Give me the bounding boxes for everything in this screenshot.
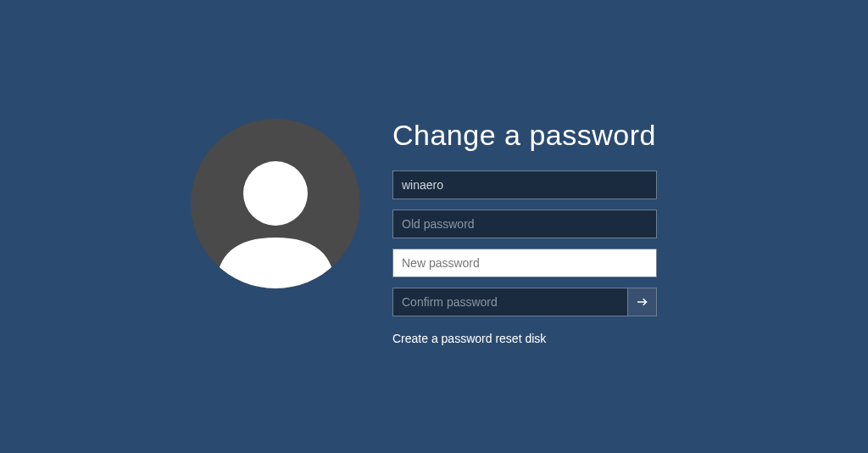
user-avatar	[191, 119, 360, 288]
old-password-field-wrapper	[392, 210, 657, 238]
arrow-right-icon	[635, 294, 650, 310]
new-password-field-wrapper	[392, 249, 657, 277]
password-reset-disk-link[interactable]: Create a password reset disk	[392, 332, 657, 345]
confirm-password-field[interactable]	[392, 288, 628, 316]
page-title: Change a password	[392, 119, 657, 152]
username-field-wrapper	[392, 171, 657, 199]
username-field[interactable]	[392, 171, 657, 199]
svg-point-0	[243, 161, 308, 226]
old-password-field[interactable]	[392, 210, 657, 238]
change-password-panel: Change a password Create a password rese…	[191, 119, 657, 345]
form-area: Change a password Create a password rese…	[392, 119, 657, 345]
submit-button[interactable]	[628, 288, 657, 316]
confirm-password-field-wrapper	[392, 288, 657, 316]
user-silhouette-icon	[203, 144, 348, 288]
new-password-field[interactable]	[392, 249, 657, 277]
